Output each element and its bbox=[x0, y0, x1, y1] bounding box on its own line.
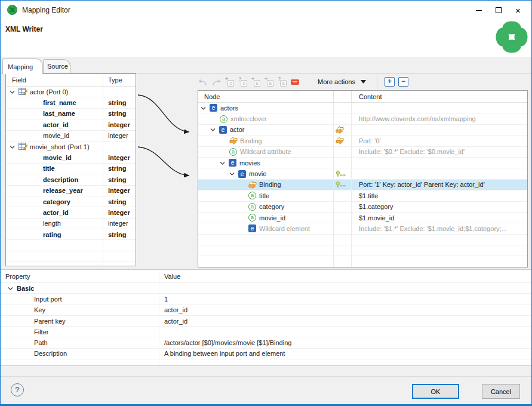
tree-row[interactable]: movie_id $1.movie_id bbox=[198, 213, 527, 223]
redo-icon bbox=[211, 78, 221, 86]
input-fields-header: Field Type bbox=[6, 74, 136, 87]
chevron-down-icon[interactable] bbox=[10, 145, 17, 149]
tree-row[interactable]: category $1.category bbox=[198, 202, 527, 213]
table-row[interactable]: release_yearinteger bbox=[6, 186, 136, 196]
key-binding-icon bbox=[336, 182, 346, 188]
table-row[interactable]: first_namestring bbox=[6, 97, 136, 108]
binding-icon bbox=[229, 137, 238, 144]
attribute-icon bbox=[248, 203, 256, 211]
element-icon bbox=[229, 159, 236, 167]
property-row[interactable]: DescriptionA binding between input port … bbox=[1, 349, 532, 359]
add-element-button[interactable]: +e bbox=[251, 77, 260, 87]
table-row[interactable]: movie_idinteger bbox=[6, 152, 136, 163]
window-title: Mapping Editor bbox=[22, 6, 70, 14]
table-row-empty bbox=[6, 240, 136, 251]
attribute-icon bbox=[248, 214, 256, 222]
tree-row-empty bbox=[198, 245, 527, 256]
chevron-down-icon[interactable] bbox=[229, 172, 236, 176]
property-row[interactable]: Input port1 bbox=[1, 294, 532, 304]
tree-row[interactable]: movie bbox=[198, 168, 527, 179]
table-row[interactable]: lengthinteger bbox=[6, 219, 136, 229]
more-actions-dropdown[interactable]: More actions bbox=[318, 78, 366, 85]
undo-button[interactable] bbox=[198, 77, 208, 87]
chevron-down-icon[interactable] bbox=[201, 106, 208, 110]
table-row[interactable]: categorystring bbox=[6, 196, 136, 207]
input-fields-table: Field Type actor (Port 0) first_namestri… bbox=[5, 73, 136, 266]
tree-row[interactable]: xmlns:clover http://www.cloverdx.com/ns/… bbox=[198, 113, 527, 124]
chevron-down-icon[interactable] bbox=[220, 161, 227, 165]
record-edit-icon bbox=[19, 143, 27, 150]
tree-row[interactable]: Binding Port: '0' bbox=[198, 136, 527, 146]
table-row[interactable]: actor_idinteger bbox=[6, 119, 136, 130]
binding-icon bbox=[248, 181, 257, 189]
table-row-empty bbox=[6, 262, 136, 266]
property-group-row[interactable]: Basic bbox=[1, 283, 532, 294]
help-button[interactable]: ? bbox=[11, 383, 24, 396]
element-icon bbox=[210, 104, 217, 112]
element-icon bbox=[219, 126, 227, 134]
tree-row-selected[interactable]: Binding Port: '1' Key: actor_id' Parent … bbox=[198, 180, 527, 190]
add-child-wildcard-button[interactable]: ?c bbox=[238, 77, 247, 87]
table-row[interactable]: actor (Port 0) bbox=[6, 87, 136, 97]
cancel-button[interactable]: Cancel bbox=[482, 384, 520, 399]
value-column-header: Value bbox=[159, 270, 532, 282]
remove-icon bbox=[291, 79, 299, 85]
tree-row[interactable]: actor bbox=[198, 125, 527, 136]
tab-mapping[interactable]: Mapping bbox=[2, 59, 43, 74]
footer-bar: ? OK Cancel bbox=[1, 377, 531, 405]
binding-icon bbox=[336, 137, 344, 144]
chevron-down-icon[interactable] bbox=[210, 128, 217, 131]
ok-button[interactable]: OK bbox=[412, 384, 459, 399]
expand-all-button[interactable]: + bbox=[385, 77, 395, 87]
property-row[interactable]: Parent keyactor_id bbox=[1, 316, 532, 327]
add-wildcard-attribute-button[interactable]: ?a bbox=[277, 77, 287, 87]
tree-row[interactable]: movies bbox=[198, 158, 527, 168]
window-controls: × bbox=[469, 2, 528, 18]
caret-down-icon bbox=[361, 80, 366, 84]
attribute-icon bbox=[248, 192, 256, 199]
property-row[interactable]: Path/actors/actor [$0]/movies/movie [$1]… bbox=[1, 337, 532, 348]
table-row[interactable]: actor_idinteger bbox=[6, 207, 136, 218]
mapping-editor-dialog: Mapping Editor × XML Writer Source Mappi… bbox=[0, 0, 532, 406]
dialog-header: XML Writer bbox=[1, 20, 531, 57]
record-label: actor (Port 0) bbox=[30, 88, 68, 96]
table-row-empty bbox=[6, 251, 136, 262]
table-row[interactable]: movie_short (Port 1) bbox=[6, 142, 136, 152]
table-row[interactable]: last_namestring bbox=[6, 109, 136, 119]
node-column-header: Node bbox=[198, 93, 333, 100]
add-attribute-button[interactable]: +a bbox=[264, 77, 273, 87]
tree-row[interactable]: Wildcard attribute Include: '$0.*' Exclu… bbox=[198, 147, 527, 158]
tab-source[interactable]: Source bbox=[43, 59, 70, 73]
title-bar: Mapping Editor × bbox=[1, 1, 531, 20]
property-grid: Property Value Basic Input port1 Keyacto… bbox=[1, 269, 532, 366]
tree-row[interactable]: actors bbox=[198, 103, 527, 113]
content-column-header: Content bbox=[352, 93, 527, 100]
redo-button[interactable] bbox=[211, 77, 221, 87]
minimize-button[interactable] bbox=[469, 2, 488, 18]
chevron-down-icon[interactable] bbox=[10, 90, 17, 94]
add-child-element-button[interactable]: +c bbox=[225, 77, 234, 87]
table-row[interactable]: ratingstring bbox=[6, 229, 136, 240]
property-row[interactable]: Keyactor_id bbox=[1, 305, 532, 316]
property-row[interactable]: Filter bbox=[1, 327, 532, 337]
remove-button[interactable] bbox=[290, 77, 300, 87]
chevron-down-icon[interactable] bbox=[8, 287, 15, 290]
attribute-icon bbox=[220, 115, 227, 123]
page-title: XML Writer bbox=[5, 25, 43, 33]
tree-row[interactable]: Wildcard element Include: '$1.*' Exclude… bbox=[198, 223, 527, 234]
undo-icon bbox=[198, 78, 208, 86]
element-icon bbox=[238, 170, 246, 178]
maximize-button[interactable] bbox=[488, 2, 508, 18]
table-row[interactable]: descriptionstring bbox=[6, 174, 136, 185]
xml-mapping-tree: Node Content actors xmlns:clover http://… bbox=[198, 90, 528, 267]
table-row[interactable]: movie_idinteger bbox=[6, 131, 136, 142]
table-row[interactable]: titlestring bbox=[6, 164, 136, 174]
collapse-all-button[interactable]: − bbox=[398, 77, 408, 87]
close-button[interactable]: × bbox=[508, 2, 528, 18]
toolbar-separator bbox=[377, 76, 377, 88]
maximize-icon bbox=[496, 7, 502, 13]
binding-column-header bbox=[333, 91, 352, 102]
type-column-header: Type bbox=[103, 74, 136, 86]
tree-row[interactable]: title $1.title bbox=[198, 190, 527, 201]
tree-row-empty bbox=[198, 235, 527, 245]
